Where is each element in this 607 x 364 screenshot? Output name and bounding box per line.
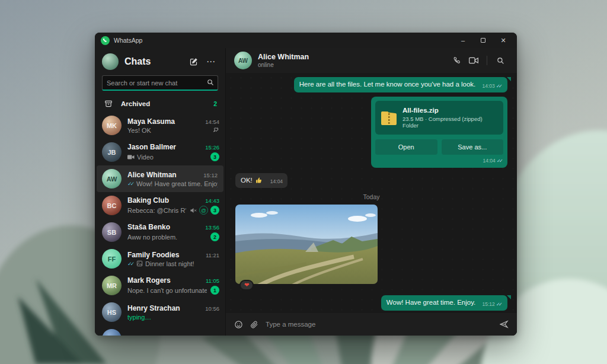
avatar: MR bbox=[102, 276, 122, 295]
file-attachment-message[interactable]: All-files.zip 23.5 MB · Compressed (zipp… bbox=[371, 97, 507, 168]
window-title: WhatsApp bbox=[114, 37, 453, 44]
chat-row-maya[interactable]: MK Maya Kasuma14:54 Yes! OK bbox=[95, 112, 225, 139]
chat-row-dawn[interactable]: DJ Dawn Jones8:32 bbox=[95, 325, 225, 336]
chat-preview: ✓✓ Wow! Have great time. Enjoy. bbox=[127, 180, 218, 187]
photo-message[interactable]: So beautiful here! 15:06 bbox=[235, 205, 378, 284]
new-chat-button[interactable] bbox=[186, 55, 200, 69]
chat-preview: Yes! OK bbox=[127, 127, 209, 134]
chat-time: 10:56 bbox=[205, 305, 219, 312]
menu-dots-icon: ⋯ bbox=[206, 59, 216, 65]
chat-time: 14:54 bbox=[205, 119, 219, 125]
minimize-button[interactable]: – bbox=[453, 34, 473, 47]
avatar: HS bbox=[102, 302, 122, 322]
menu-button[interactable]: ⋯ bbox=[204, 55, 218, 69]
contact-status: online bbox=[258, 62, 449, 68]
chat-row-alice[interactable]: AW Alice Whitman15:12 ✓✓ Wow! Have great… bbox=[97, 165, 223, 192]
chat-preview: Rebecca: @Chris R? bbox=[127, 207, 186, 214]
chat-name: Maya Kasuma bbox=[127, 117, 202, 126]
my-avatar[interactable] bbox=[102, 53, 119, 70]
chat-preview: Nope. I can't go unfortunately. bbox=[127, 287, 207, 294]
search-conversation-button[interactable] bbox=[492, 53, 509, 68]
chat-time: 13:56 bbox=[205, 224, 219, 231]
open-file-button[interactable]: Open bbox=[375, 139, 437, 155]
emoji-button[interactable] bbox=[234, 320, 243, 329]
chat-row-family-foodies[interactable]: FF Family Foodies11:21 ✓✓ Dinner last ni… bbox=[95, 245, 225, 272]
chat-list: MK Maya Kasuma14:54 Yes! OK JB Jason Bal… bbox=[95, 112, 225, 336]
archived-chats-row[interactable]: Archived 2 bbox=[95, 95, 225, 112]
conversation-pane: AW Alice Whitman online Here ar bbox=[225, 48, 517, 336]
message-input[interactable] bbox=[266, 321, 492, 328]
message-time: 14:04 bbox=[270, 178, 283, 185]
muted-icon bbox=[190, 207, 197, 214]
chat-row-jason[interactable]: JB Jason Ballmer15:26 Video 3 bbox=[95, 139, 225, 165]
conversation-header[interactable]: AW Alice Whitman online bbox=[226, 48, 517, 73]
read-receipt-icon: ✓✓ bbox=[127, 261, 133, 267]
chat-row-mark[interactable]: MR Mark Rogers11:05 Nope. I can't go unf… bbox=[95, 272, 225, 299]
video-call-button[interactable] bbox=[465, 53, 482, 68]
avatar: FF bbox=[102, 249, 122, 269]
read-receipt-icon: ✓✓ bbox=[127, 181, 133, 187]
contact-name: Alice Whitman bbox=[258, 53, 449, 61]
send-button[interactable] bbox=[499, 320, 509, 329]
read-receipt-icon: ✓✓ bbox=[496, 83, 503, 90]
message-time: 15:12 bbox=[482, 301, 494, 308]
chat-row-henry[interactable]: HS Henry Strachan10:56 typing… bbox=[95, 299, 225, 325]
message-list[interactable]: Here are all the files. Let me know once… bbox=[226, 73, 517, 313]
archived-count: 2 bbox=[213, 100, 217, 107]
pin-icon bbox=[212, 126, 221, 135]
avatar: MK bbox=[102, 116, 122, 135]
maximize-button[interactable] bbox=[473, 34, 493, 47]
mention-badge: @ bbox=[199, 206, 208, 215]
chat-name: Dawn Jones bbox=[127, 335, 205, 336]
file-meta: 23.5 MB · Compressed (zipped) Folder bbox=[402, 116, 497, 129]
archived-label: Archived bbox=[121, 100, 213, 107]
archive-icon bbox=[104, 100, 113, 108]
chats-title: Chats bbox=[124, 56, 186, 67]
close-button[interactable]: ✕ bbox=[493, 34, 513, 47]
typing-indicator: typing… bbox=[127, 314, 219, 321]
video-camera-icon bbox=[127, 154, 135, 160]
whatsapp-logo-icon bbox=[101, 36, 110, 45]
heart-reaction[interactable]: ❤ bbox=[239, 280, 254, 290]
unread-badge: 3 bbox=[210, 152, 219, 161]
chat-time: 11:21 bbox=[206, 252, 219, 258]
save-as-button[interactable]: Save as... bbox=[442, 139, 504, 155]
avatar: SB bbox=[102, 222, 122, 242]
chat-row-baking-club[interactable]: BC Baking Club14:43 Rebecca: @Chris R? @… bbox=[95, 192, 225, 219]
search-icon bbox=[207, 79, 214, 88]
voice-call-button[interactable] bbox=[449, 53, 465, 68]
chat-name: Mark Rogers bbox=[127, 276, 202, 285]
header-divider bbox=[487, 56, 487, 65]
date-divider: Today bbox=[363, 193, 379, 200]
chat-name: Jason Ballmer bbox=[127, 143, 202, 151]
unread-badge: 3 bbox=[210, 206, 219, 215]
chat-name: Family Foodies bbox=[127, 251, 202, 259]
chat-time: 15:12 bbox=[203, 172, 218, 178]
window-titlebar[interactable]: WhatsApp – ✕ bbox=[95, 33, 517, 48]
chat-sidebar: Chats ⋯ Archived 2 MK bbox=[95, 48, 225, 336]
avatar: DJ bbox=[102, 329, 122, 336]
chat-time: 15:26 bbox=[205, 144, 219, 151]
attach-file-button[interactable] bbox=[250, 320, 258, 328]
file-card[interactable]: All-files.zip 23.5 MB · Compressed (zipp… bbox=[375, 101, 503, 135]
chat-preview: Video bbox=[127, 154, 207, 161]
whatsapp-window: WhatsApp – ✕ Chats ⋯ Arc bbox=[95, 33, 517, 336]
chat-preview: ✓✓ Dinner last night! bbox=[127, 260, 219, 267]
chat-name: Baking Club bbox=[127, 196, 202, 205]
maximize-icon bbox=[481, 38, 485, 43]
chat-name: Staša Benko bbox=[127, 223, 202, 231]
file-name: All-files.zip bbox=[402, 107, 497, 114]
outgoing-message[interactable]: Here are all the files. Let me know once… bbox=[294, 77, 507, 92]
search-input[interactable] bbox=[102, 75, 218, 91]
outgoing-message[interactable]: Wow! Have great time. Enjoy. 15:12✓✓ bbox=[381, 295, 507, 311]
chat-name: Alice Whitman bbox=[127, 171, 200, 179]
incoming-message[interactable]: OK! 14:04 bbox=[235, 173, 287, 189]
message-time: 14:03 bbox=[482, 83, 494, 90]
message-text: Here are all the files. Let me know once… bbox=[299, 81, 476, 88]
contact-avatar[interactable]: AW bbox=[234, 52, 252, 69]
chat-row-stasa[interactable]: SB Staša Benko13:56 Aww no problem. 2 bbox=[95, 219, 225, 245]
unread-badge: 1 bbox=[210, 286, 219, 295]
thumbs-up-icon bbox=[255, 177, 263, 184]
photo-icon bbox=[136, 260, 143, 267]
chat-name: Henry Strachan bbox=[127, 304, 202, 312]
